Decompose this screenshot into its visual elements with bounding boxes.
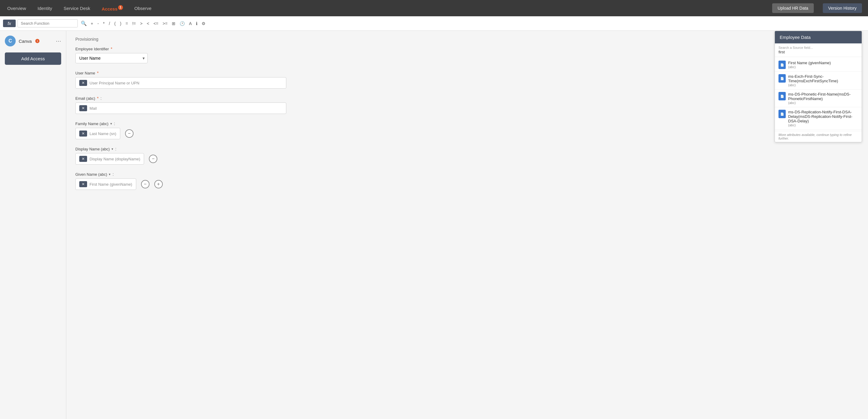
nav-overview[interactable]: Overview	[6, 4, 27, 13]
search-function-input[interactable]	[18, 19, 78, 27]
emp-item-3[interactable]: 📄 ms-DS-Replication-Notify-First-DSA-Del…	[775, 107, 862, 130]
emp-item-type: (abc)	[788, 101, 858, 104]
formula-operators: + - * / ( ) = != > < <= >= ⊞ 🕐 A ℹ ⚙	[90, 21, 207, 27]
op-equals[interactable]: =	[125, 21, 129, 27]
main-content: Provisioning Employee Identifier * User …	[66, 31, 868, 419]
op-greater[interactable]: >	[139, 21, 144, 27]
required-indicator: *	[111, 47, 112, 51]
given-name-remove-button[interactable]: −	[141, 180, 150, 188]
emp-item-type: (abc)	[788, 123, 858, 127]
nav-service-desk[interactable]: Service Desk	[62, 4, 91, 13]
chip-icon: ✕	[82, 81, 85, 85]
field-employee-identifier: Employee Identifier * User Name ▾	[75, 47, 859, 63]
family-name-dropdown-icon[interactable]: ▾	[110, 122, 112, 126]
nav-identity[interactable]: Identity	[36, 4, 53, 13]
provisioning-label: Provisioning	[75, 37, 859, 41]
employee-identifier-select[interactable]: User Name	[75, 53, 148, 63]
field-family-name: Family Name (abc) ▾ : ✕ Last Name (sn) −	[75, 121, 859, 139]
email-chip[interactable]: ✕	[79, 105, 87, 111]
email-value: Mail	[90, 106, 97, 111]
clock-icon[interactable]: 🕐	[179, 21, 186, 27]
top-navigation: Overview Identity Service Desk Access1 O…	[0, 0, 868, 16]
employee-items-list: 📄 First Name (givenName) (abc) 📄 ms-Exch…	[775, 57, 862, 131]
emp-item-type: (abc)	[788, 65, 858, 69]
given-name-dropdown-icon[interactable]: ▾	[109, 173, 111, 176]
user-name-value: User Principal Name or UPN	[90, 81, 139, 85]
emp-item-icon: 📄	[778, 92, 786, 100]
display-name-label: Display Name (abc)	[75, 147, 110, 151]
emp-item-1[interactable]: 📄 ms-Exch-First-Sync-Time(msExchFirstSyn…	[775, 72, 862, 90]
user-name-chip[interactable]: ✕	[79, 80, 87, 86]
display-name-input-row: ✕ Display Name (displayName)	[75, 153, 144, 164]
search-icon[interactable]: 🔍	[80, 21, 88, 26]
formula-bar: fx 🔍 + - * / ( ) = != > < <= >= ⊞ 🕐 A ℹ …	[0, 16, 868, 31]
access-badge: 1	[118, 5, 123, 10]
field-display-name: Display Name (abc) ▾ : ✕ Display Name (d…	[75, 147, 859, 164]
display-name-dropdown-icon[interactable]: ▾	[112, 147, 113, 151]
user-name-label: User Name	[75, 71, 95, 76]
emp-item-2[interactable]: 📄 ms-DS-Phonetic-First-Name(msDS-Phoneti…	[775, 90, 862, 107]
given-name-label: Given Name (abc)	[75, 172, 107, 177]
field-user-name: User Name * ✕ User Principal Name or UPN	[75, 70, 859, 89]
emp-item-name: First Name (givenName)	[788, 61, 858, 65]
op-less[interactable]: <	[146, 21, 150, 27]
fx-label: fx	[3, 20, 16, 27]
emp-item-name: ms-DS-Replication-Notify-First-DSA-Delay…	[788, 110, 858, 123]
family-name-input-row: ✕ Last Name (sn)	[75, 128, 120, 139]
op-lte[interactable]: <=	[153, 21, 159, 27]
emp-item-text: ms-Exch-First-Sync-Time(msExchFirstSyncT…	[788, 74, 858, 87]
employee-search-wrap: Search a Source field...	[775, 43, 862, 57]
special-icon[interactable]: ⚙	[201, 21, 207, 27]
nav-observe[interactable]: Observe	[133, 4, 153, 13]
emp-item-name: ms-Exch-First-Sync-Time(msExchFirstSyncT…	[788, 74, 858, 83]
family-name-remove-button[interactable]: −	[125, 129, 133, 138]
chip-icon: ✕	[82, 131, 85, 136]
given-name-input-row: ✕ First Name (givenName)	[75, 178, 136, 190]
op-plus[interactable]: +	[90, 21, 94, 27]
grid-icon[interactable]: ⊞	[171, 21, 176, 27]
dots-menu-icon[interactable]: ⋯	[56, 38, 61, 44]
display-name-chip[interactable]: ✕	[79, 156, 87, 162]
op-minus[interactable]: -	[96, 21, 100, 27]
emp-item-icon: 📄	[778, 110, 786, 118]
family-name-value: Last Name (sn)	[90, 131, 116, 136]
field-email: Email (abc) * : ✕ Mail	[75, 96, 859, 114]
version-history-button[interactable]: Version History	[823, 3, 862, 13]
add-access-button[interactable]: Add Access	[5, 53, 61, 65]
emp-item-text: First Name (givenName) (abc)	[788, 61, 858, 69]
email-label: Email (abc)	[75, 96, 95, 101]
employee-search-input[interactable]	[778, 50, 858, 54]
main-layout: C Canva 1 ⋯ Add Access Provisioning Empl…	[0, 31, 868, 419]
info-icon[interactable]: ℹ	[195, 21, 198, 27]
op-close-paren[interactable]: )	[119, 21, 122, 27]
display-name-colon: :	[115, 147, 116, 151]
op-gte[interactable]: >=	[162, 21, 168, 27]
emp-item-name: ms-DS-Phonetic-First-Name(msDS-PhoneticF…	[788, 92, 858, 101]
sidebar: C Canva 1 ⋯ Add Access	[0, 31, 66, 419]
op-not-equals[interactable]: !=	[131, 21, 137, 27]
canva-logo: C	[5, 36, 16, 47]
email-required: *	[97, 96, 98, 101]
canva-badge: 1	[35, 39, 39, 43]
chip-icon: ✕	[82, 157, 85, 161]
text-icon[interactable]: A	[188, 21, 193, 27]
op-open-paren[interactable]: (	[113, 21, 117, 27]
given-name-add-button[interactable]: +	[154, 180, 163, 188]
emp-item-icon: 📄	[778, 61, 786, 69]
employee-data-panel: Employee Data Search a Source field... 📄…	[775, 31, 862, 142]
chip-icon: ✕	[82, 182, 85, 186]
op-multiply[interactable]: *	[102, 21, 105, 27]
given-name-colon: :	[113, 172, 114, 177]
given-name-chip[interactable]: ✕	[79, 181, 87, 187]
canva-name: Canva	[19, 38, 32, 44]
family-name-chip[interactable]: ✕	[79, 130, 87, 137]
upload-hr-data-button[interactable]: Upload HR Data	[772, 3, 814, 13]
canva-header: C Canva 1 ⋯	[5, 36, 61, 47]
emp-item-0[interactable]: 📄 First Name (givenName) (abc)	[775, 58, 862, 72]
op-divide[interactable]: /	[108, 21, 111, 27]
employee-panel-footer: More attributes available, continue typi…	[775, 131, 862, 142]
nav-access[interactable]: Access1	[100, 3, 124, 13]
employee-identifier-label: Employee Identifier	[75, 47, 109, 51]
display-name-remove-button[interactable]: −	[149, 155, 157, 163]
employee-identifier-select-wrap: User Name ▾	[75, 53, 148, 63]
